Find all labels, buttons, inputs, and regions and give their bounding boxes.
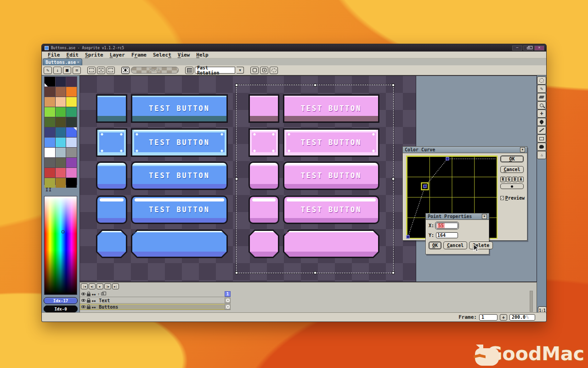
close-dialog-icon[interactable]: × bbox=[482, 214, 487, 219]
selection-marquee[interactable] bbox=[236, 85, 394, 273]
palette-swatch[interactable] bbox=[45, 148, 55, 157]
frame-number-header[interactable]: 1 bbox=[225, 291, 231, 297]
restore-button[interactable] bbox=[523, 46, 533, 51]
grid-settings-button[interactable] bbox=[185, 67, 193, 74]
lock-icon[interactable] bbox=[87, 293, 90, 296]
foreground-color-button[interactable]: Idx-17 bbox=[44, 297, 78, 304]
selection-subtract-button[interactable] bbox=[107, 67, 115, 74]
brush-type-button[interactable]: ✎ bbox=[44, 67, 52, 74]
move-tool-button[interactable]: + bbox=[537, 109, 546, 118]
selection-handle[interactable] bbox=[314, 84, 317, 86]
palette-swatch[interactable] bbox=[56, 107, 66, 117]
palette-swatch[interactable] bbox=[45, 168, 55, 178]
channel-indicator-button[interactable] bbox=[500, 184, 524, 189]
selection-handle[interactable] bbox=[235, 178, 238, 180]
brush-down-button[interactable]: ↓ bbox=[53, 67, 62, 74]
zoom-tool-button[interactable] bbox=[537, 101, 546, 109]
palette-swatch[interactable] bbox=[45, 178, 55, 188]
palette-swatch[interactable] bbox=[45, 107, 55, 117]
palette-swatch[interactable] bbox=[45, 117, 55, 127]
channel-b-button[interactable]: B bbox=[512, 177, 518, 182]
layer-name[interactable]: Buttons bbox=[97, 305, 118, 310]
first-frame-button[interactable]: |◀ bbox=[81, 283, 88, 289]
palette-swatch[interactable] bbox=[66, 148, 77, 157]
title-bar[interactable]: Buttons.ase - Aseprite v1.1.2-rc5 – × bbox=[42, 44, 546, 52]
lock-icon[interactable] bbox=[87, 306, 90, 309]
selection-add-button[interactable] bbox=[97, 67, 105, 74]
background-color-button[interactable]: Idx-0 bbox=[44, 305, 78, 312]
last-frame-button[interactable]: ▶| bbox=[112, 283, 119, 289]
selection-mode-active-button[interactable] bbox=[121, 67, 130, 74]
curve-point[interactable] bbox=[424, 185, 427, 188]
cel-cell[interactable] bbox=[225, 298, 231, 303]
point-properties-titlebar[interactable]: Point Properties × bbox=[426, 213, 489, 220]
color-curve-titlebar[interactable]: Color Curve × bbox=[403, 147, 527, 153]
continuous-icon[interactable]: ●● bbox=[92, 293, 96, 296]
visibility-icon[interactable] bbox=[81, 293, 85, 295]
x-value-input[interactable]: 55 bbox=[436, 223, 458, 229]
rotation-dropdown-arrow[interactable]: ▼ bbox=[237, 67, 244, 74]
palette-swatch[interactable] bbox=[56, 148, 66, 157]
menu-sprite[interactable]: Sprite bbox=[82, 52, 107, 58]
palette-swatch[interactable] bbox=[56, 138, 66, 147]
minimize-button[interactable]: – bbox=[512, 46, 522, 51]
palette-swatch[interactable] bbox=[66, 178, 77, 188]
lock-icon[interactable] bbox=[87, 300, 90, 303]
menu-help[interactable]: Help bbox=[193, 52, 212, 58]
palette-swatch[interactable] bbox=[45, 127, 55, 137]
paint-bucket-tool-button[interactable] bbox=[537, 118, 546, 126]
opaque-button[interactable] bbox=[250, 67, 259, 74]
cel-cell[interactable] bbox=[225, 304, 231, 310]
layer-name[interactable]: Text bbox=[97, 298, 110, 303]
layer-row-buttons[interactable]: ●● Buttons bbox=[80, 304, 231, 310]
menu-layer[interactable]: Layer bbox=[107, 52, 128, 58]
selection-handle[interactable] bbox=[392, 84, 395, 86]
frame-number-input[interactable]: 1 bbox=[479, 314, 498, 321]
palette-swatch[interactable] bbox=[45, 138, 55, 147]
jumble-tool-button[interactable]: ∴ bbox=[537, 151, 546, 159]
palette-swatch[interactable] bbox=[56, 178, 66, 188]
options-menu-button[interactable]: ≡ bbox=[73, 67, 81, 74]
selection-handle[interactable] bbox=[314, 271, 317, 274]
cel-movement-icon[interactable]: ↑ bbox=[97, 292, 100, 296]
menu-frame[interactable]: Frame bbox=[128, 52, 150, 58]
palette-swatch[interactable] bbox=[56, 127, 66, 137]
pixel-aspect-button[interactable] bbox=[270, 67, 278, 74]
palette-resize-handle[interactable]: II bbox=[45, 187, 52, 192]
ok-button[interactable]: OK bbox=[500, 155, 524, 162]
cancel-button[interactable]: Cancel bbox=[443, 242, 467, 249]
close-button[interactable]: × bbox=[534, 46, 544, 51]
layer-row-text[interactable]: ●● Text bbox=[80, 298, 231, 304]
palette-swatch[interactable] bbox=[66, 107, 77, 117]
palette-swatch[interactable] bbox=[45, 77, 55, 86]
pencil-tool-button[interactable]: ✎ bbox=[537, 85, 546, 93]
palette-swatch[interactable] bbox=[56, 117, 66, 127]
palette-swatch[interactable] bbox=[56, 168, 66, 178]
spectrum-marker[interactable] bbox=[61, 230, 64, 233]
continuous-icon[interactable]: ●● bbox=[92, 305, 96, 309]
tab-buttons-ase[interactable]: Buttons.ase × bbox=[43, 58, 82, 65]
continuous-icon[interactable]: ●● bbox=[92, 299, 96, 302]
contour-tool-button[interactable] bbox=[537, 143, 546, 151]
menu-select[interactable]: Select bbox=[150, 52, 175, 58]
rectangle-tool-button[interactable] bbox=[537, 134, 546, 143]
y-value-input[interactable]: 164 bbox=[436, 232, 458, 238]
visibility-icon[interactable] bbox=[81, 305, 85, 308]
color-spectrum-picker[interactable] bbox=[44, 196, 77, 295]
palette-swatch[interactable] bbox=[66, 77, 77, 86]
previous-frame-button[interactable]: ◀| bbox=[89, 283, 96, 289]
close-dialog-icon[interactable]: × bbox=[520, 147, 525, 152]
palette-swatch[interactable] bbox=[66, 158, 77, 167]
ok-button[interactable]: OK bbox=[429, 242, 441, 249]
selection-handle[interactable] bbox=[235, 84, 238, 86]
add-frame-button[interactable]: + bbox=[500, 314, 507, 321]
palette-swatch[interactable] bbox=[66, 138, 77, 147]
palette-swatch[interactable] bbox=[56, 87, 66, 97]
selection-handle[interactable] bbox=[235, 271, 238, 274]
eraser-tool-button[interactable] bbox=[537, 93, 546, 101]
channel-r-button[interactable]: R bbox=[500, 177, 506, 182]
palette-swatch[interactable] bbox=[45, 87, 55, 97]
palette-swatch[interactable] bbox=[56, 158, 66, 167]
visibility-icon[interactable] bbox=[81, 299, 85, 302]
preview-checkbox[interactable]: ✓ bbox=[500, 196, 504, 200]
